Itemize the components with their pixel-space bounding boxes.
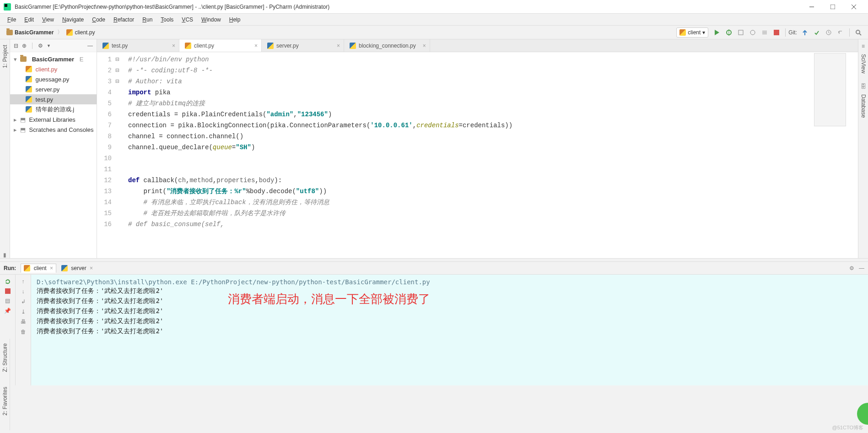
sciview-tool-button[interactable]: SciView: [860, 52, 867, 75]
menu-help[interactable]: Help: [226, 16, 244, 24]
close-icon[interactable]: ×: [423, 43, 426, 49]
python-file-icon: [185, 43, 191, 49]
tree-root[interactable]: ▾ BasicGrammer E: [10, 54, 97, 64]
layout-button[interactable]: ▤: [5, 298, 10, 304]
stop-button[interactable]: [771, 27, 782, 38]
menu-refactor[interactable]: Refactor: [110, 16, 138, 24]
wrap-button[interactable]: ↲: [21, 298, 26, 305]
down-button[interactable]: ↓: [22, 288, 25, 295]
favorites-tool-button[interactable]: 2: Favorites: [2, 384, 8, 418]
tab-label: client.py: [194, 43, 214, 49]
git-commit-button[interactable]: [811, 27, 823, 38]
tree-file[interactable]: client.py: [10, 64, 97, 74]
menu-vcs[interactable]: VCS: [178, 16, 197, 24]
svg-rect-1: [5, 4, 7, 7]
git-update-button[interactable]: [799, 27, 811, 38]
left-tool-strip: 1: Project ▮: [0, 39, 10, 258]
sciview-icon[interactable]: ≡: [862, 43, 865, 49]
project-tool-button[interactable]: 1: Project: [2, 43, 8, 70]
rerun-button[interactable]: [5, 278, 11, 285]
stop-run-button[interactable]: [5, 288, 11, 294]
gear-icon[interactable]: ⚙: [38, 43, 43, 49]
breadcrumb-file[interactable]: client.py: [64, 28, 97, 37]
collapse-icon[interactable]: ⊟: [14, 43, 18, 49]
tree-node[interactable]: ▸⬒ Scratches and Consoles: [10, 124, 97, 135]
titlebar: BasicGrammer [E:\PythonProject\new-pytho…: [0, 0, 868, 14]
editor-tab[interactable]: test.py×: [97, 39, 179, 52]
annotation-text: 消费者端启动，消息一下全部被消费了: [228, 291, 430, 307]
fab-button[interactable]: [857, 403, 868, 425]
close-icon[interactable]: ×: [50, 265, 53, 271]
run-config-selector[interactable]: client ▾: [676, 27, 708, 38]
console-command: D:\software2\Python3\install\python.exe …: [37, 278, 863, 286]
svg-point-13: [856, 30, 860, 34]
menu-window[interactable]: Window: [198, 16, 225, 24]
git-history-button[interactable]: [823, 27, 835, 38]
minimize-icon[interactable]: —: [87, 43, 93, 49]
run-config-label: client: [688, 29, 701, 36]
python-file-icon: [66, 29, 73, 36]
menu-run[interactable]: Run: [139, 16, 156, 24]
menu-navigate[interactable]: Navigate: [59, 16, 87, 24]
run-button[interactable]: [711, 27, 723, 38]
menubar: FileEditViewNavigateCodeRefactorRunTools…: [0, 14, 868, 26]
window-title: BasicGrammer [E:\PythonProject\new-pytho…: [15, 4, 329, 10]
menu-code[interactable]: Code: [88, 16, 109, 24]
close-icon[interactable]: ×: [254, 43, 258, 49]
minimize-button[interactable]: [801, 0, 822, 13]
close-icon[interactable]: ×: [337, 43, 340, 49]
svg-rect-3: [830, 5, 835, 9]
bookmarks-icon[interactable]: ▮: [3, 252, 6, 258]
menu-file[interactable]: File: [4, 16, 20, 24]
git-revert-button[interactable]: [835, 27, 846, 38]
maximize-button[interactable]: [822, 0, 843, 13]
tree-node[interactable]: ▸⬒ External Libraries: [10, 114, 97, 124]
close-button[interactable]: [843, 0, 864, 13]
editor-tab[interactable]: blocking_connection.py×: [344, 39, 430, 52]
profile-button[interactable]: [747, 27, 759, 38]
code-editor[interactable]: 12345678910111213141516 ⊟⊟⊟ #!/usr/bin/e…: [97, 52, 858, 258]
python-file-icon: [267, 43, 274, 49]
run-minimize-icon[interactable]: —: [859, 265, 864, 271]
tree-file[interactable]: 猜年龄的游戏.j: [10, 104, 97, 114]
coverage-button[interactable]: [735, 27, 747, 38]
tree-file[interactable]: test.py: [10, 94, 97, 104]
run-tab[interactable]: server ×: [58, 264, 96, 273]
run-settings-icon[interactable]: ⚙: [849, 265, 854, 271]
chevron-down-icon: ▾: [702, 29, 705, 36]
splitter[interactable]: [0, 258, 868, 262]
run-tab[interactable]: client ×: [21, 264, 56, 273]
menu-view[interactable]: View: [38, 16, 58, 24]
scroll-button[interactable]: ⤓: [21, 309, 26, 315]
fold-column[interactable]: ⊟⊟⊟: [115, 52, 124, 258]
database-tool-button[interactable]: Database: [860, 92, 867, 119]
chevron-down-icon[interactable]: ▼: [47, 43, 51, 48]
minimap[interactable]: [814, 53, 846, 126]
database-icon[interactable]: 🗄: [861, 83, 866, 90]
close-icon[interactable]: ×: [172, 43, 175, 49]
search-everywhere-button[interactable]: [852, 27, 864, 38]
menu-edit[interactable]: Edit: [21, 16, 38, 24]
tree-file[interactable]: server.py: [10, 84, 97, 94]
app-icon: [4, 3, 11, 11]
attach-button[interactable]: [759, 27, 771, 38]
breadcrumb-root[interactable]: BasicGrammer: [4, 28, 56, 37]
debug-button[interactable]: [723, 27, 735, 38]
tree-file[interactable]: guessage.py: [10, 74, 97, 84]
editor-tab[interactable]: server.py×: [262, 39, 344, 52]
code-area[interactable]: #!/usr/bin/env python# -*- coding:utf-8 …: [124, 52, 858, 258]
trash-button[interactable]: 🗑: [21, 329, 26, 335]
menu-tools[interactable]: Tools: [157, 16, 177, 24]
target-icon[interactable]: ⊕: [22, 43, 27, 49]
editor-tab[interactable]: client.py×: [179, 39, 262, 52]
run-console[interactable]: D:\software2\Python3\install\python.exe …: [31, 275, 868, 385]
python-file-icon: [102, 43, 109, 49]
right-tool-strip: ≡ SciView 🗄 Database: [858, 39, 868, 258]
close-icon[interactable]: ×: [90, 265, 93, 271]
structure-tool-button[interactable]: Z: Structure: [2, 341, 8, 375]
print-button[interactable]: 🖶: [21, 319, 26, 325]
folder-icon: [6, 30, 13, 35]
pin-button[interactable]: 📌: [4, 308, 11, 314]
up-button[interactable]: ↑: [22, 278, 25, 285]
tab-label: server.py: [276, 43, 299, 49]
